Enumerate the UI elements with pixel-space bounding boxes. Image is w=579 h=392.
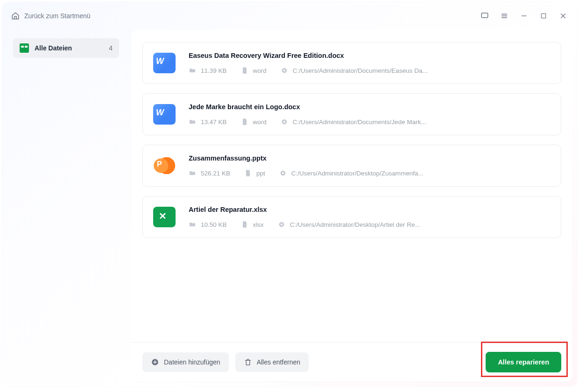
location-icon (279, 169, 287, 177)
file-name: Zusammenfassung.pptx (189, 154, 551, 162)
file-size: 13.47 KB (201, 119, 227, 126)
size-icon (189, 221, 196, 228)
add-files-button[interactable]: Dateien hinzufügen (142, 352, 229, 372)
footer-toolbar: Dateien hinzufügen Alles entfernen Alles… (131, 342, 572, 382)
repair-all-label: Alles reparieren (498, 358, 549, 366)
file-path: C:/Users/Administrator/Desktop/Zusammenf… (291, 170, 424, 177)
size-icon (189, 169, 196, 177)
svg-point-3 (283, 70, 285, 71)
file-meta: 13.47 KB word C:/Users/Administrator/Doc… (189, 118, 551, 126)
file-row[interactable]: Easeus Data Recovery Wizard Free Edition… (142, 42, 561, 84)
svg-point-5 (283, 121, 285, 123)
file-info: Jede Marke braucht ein Logo.docx 13.47 K… (189, 103, 551, 126)
location-icon (278, 221, 285, 228)
file-type: ppt (256, 170, 265, 177)
size-icon (189, 67, 196, 74)
type-icon (241, 221, 248, 228)
close-button[interactable] (558, 11, 568, 21)
remove-all-button[interactable]: Alles entfernen (235, 352, 309, 372)
repair-all-button[interactable]: Alles reparieren (486, 352, 561, 372)
sidebar-item-count: 4 (109, 44, 113, 52)
back-to-start-button[interactable]: Zurück zum Startmenü (11, 12, 91, 20)
size-icon (189, 118, 196, 126)
feedback-button[interactable] (480, 11, 489, 21)
file-path: C:/Users/Administrator/Documents/Jede Ma… (293, 119, 426, 126)
menu-button[interactable] (500, 11, 509, 21)
titlebar: Zurück zum Startmenü (2, 2, 577, 30)
type-icon (241, 67, 248, 74)
plus-circle-icon (151, 358, 159, 366)
file-path: C:/Users/Administrator/Documents/Easeus … (293, 67, 428, 74)
files-icon (20, 43, 29, 53)
word-file-icon (153, 53, 176, 73)
window-controls (480, 11, 568, 21)
file-info: Easeus Data Recovery Wizard Free Edition… (189, 52, 551, 74)
hamburger-icon (500, 12, 508, 20)
sidebar: Alle Dateien 4 (7, 30, 126, 382)
ppt-file-icon (153, 155, 176, 176)
file-path: C:/Users/Administrator/Desktop/Artiel de… (290, 221, 420, 228)
close-icon (559, 12, 567, 20)
location-icon (281, 118, 288, 126)
word-file-icon (153, 104, 176, 125)
file-size: 11.39 KB (201, 67, 227, 74)
xls-file-icon (153, 207, 176, 227)
file-type: word (253, 67, 267, 74)
file-info: Artiel der Reparatur.xlsx 10.50 KB xlsx … (189, 206, 551, 228)
file-size: 10.50 KB (201, 221, 227, 228)
trash-icon (244, 358, 252, 366)
sidebar-item-label: Alle Dateien (35, 44, 72, 52)
minimize-button[interactable] (519, 11, 529, 21)
file-row[interactable]: Zusammenfassung.pptx 526.21 KB ppt C:/Us… (142, 145, 561, 187)
sidebar-item-all-files[interactable]: Alle Dateien 4 (13, 38, 119, 58)
file-type: word (253, 119, 267, 126)
chat-icon (480, 12, 489, 20)
svg-point-9 (281, 224, 282, 225)
file-meta: 11.39 KB word C:/Users/Administrator/Doc… (189, 67, 551, 74)
back-label: Zurück zum Startmenü (24, 12, 91, 20)
add-files-label: Dateien hinzufügen (164, 358, 220, 366)
location-icon (281, 67, 288, 74)
svg-rect-11 (246, 360, 250, 365)
maximize-icon (540, 13, 547, 19)
file-meta: 10.50 KB xlsx C:/Users/Administrator/Des… (189, 221, 551, 228)
file-name: Easeus Data Recovery Wizard Free Edition… (189, 52, 551, 59)
file-type: xlsx (253, 221, 264, 228)
file-name: Jede Marke braucht ein Logo.docx (189, 103, 551, 111)
remove-all-label: Alles entfernen (257, 358, 300, 366)
file-name: Artiel der Reparatur.xlsx (189, 206, 551, 213)
file-meta: 526.21 KB ppt C:/Users/Administrator/Des… (189, 169, 551, 177)
file-list: Easeus Data Recovery Wizard Free Edition… (131, 30, 572, 342)
svg-point-7 (282, 172, 284, 174)
type-icon (244, 169, 252, 177)
main-panel: Easeus Data Recovery Wizard Free Edition… (131, 30, 572, 382)
home-icon (11, 12, 20, 20)
minimize-icon (520, 12, 528, 20)
file-size: 526.21 KB (201, 170, 230, 177)
file-row[interactable]: Artiel der Reparatur.xlsx 10.50 KB xlsx … (142, 196, 561, 238)
type-icon (241, 118, 248, 126)
maximize-button[interactable] (539, 11, 548, 21)
file-info: Zusammenfassung.pptx 526.21 KB ppt C:/Us… (189, 154, 551, 177)
file-row[interactable]: Jede Marke braucht ein Logo.docx 13.47 K… (142, 93, 561, 135)
svg-rect-1 (541, 14, 545, 18)
